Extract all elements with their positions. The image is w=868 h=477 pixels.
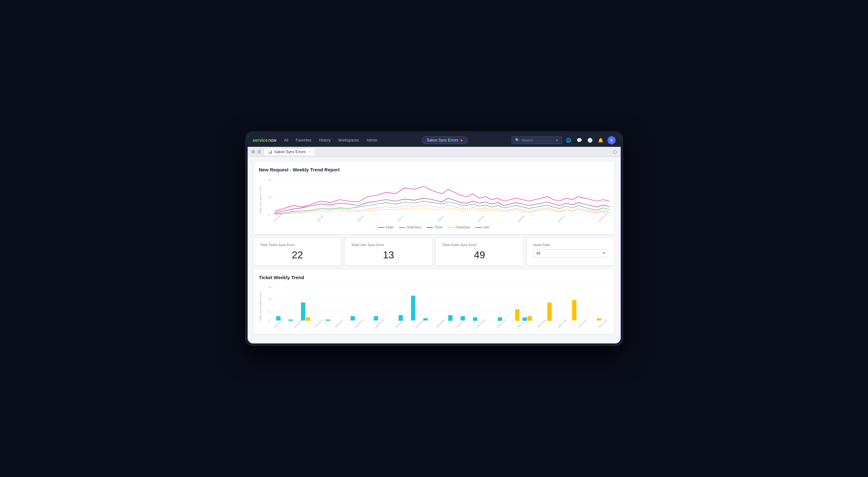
stat-ticket-label: Total Ticket Sync Error: [260, 243, 335, 247]
svg-rect-14: [276, 316, 280, 320]
stat-user-value: 13: [351, 249, 426, 261]
nav-favorites[interactable]: Favorites: [294, 137, 313, 143]
legend-ordersync: OrderSync: [399, 226, 422, 229]
svg-text:10: 10: [269, 298, 271, 301]
bar-chart-title: Ticket Weekly Trend: [259, 275, 609, 280]
legend-ticket-label: Ticket: [434, 226, 442, 229]
dashboard-icon: 📊: [268, 150, 273, 154]
search-bar[interactable]: 🔍 Search ▼: [512, 136, 562, 144]
svg-rect-30: [527, 316, 532, 321]
servicenow-logo: servicenow: [253, 138, 277, 143]
stat-order-label: Total Order Sync Error: [442, 243, 517, 247]
nav-links: All Favorites History Workspaces Admin: [283, 137, 378, 143]
svg-text:20: 20: [269, 178, 271, 181]
svg-rect-33: [597, 318, 601, 320]
bar-chart-card: Ticket Weekly Trend Entity Sync Queue Co…: [254, 270, 614, 334]
svg-rect-17: [306, 317, 310, 321]
subnav-tab-sakon[interactable]: 📊 Sakon Sync Errors ×: [264, 148, 315, 155]
svg-text:5: 5: [269, 311, 270, 314]
svg-text:15: 15: [269, 286, 271, 289]
active-tab-pill[interactable]: Sakon Sync Errors ★: [422, 136, 468, 144]
stat-user-label: Total User Sync Error: [351, 243, 426, 247]
stats-row: Total Ticket Sync Error 22 Total User Sy…: [254, 238, 614, 265]
svg-rect-26: [473, 317, 477, 321]
nav-right: 🔍 Search ▼ 🌐 💬 🕐 🔔 S: [512, 136, 616, 144]
svg-text:0: 0: [269, 320, 270, 323]
logo-now: now: [269, 138, 277, 143]
user-avatar[interactable]: S: [608, 136, 616, 144]
device-screen: servicenow All Favorites History Workspa…: [248, 134, 621, 343]
svg-rect-31: [547, 303, 552, 321]
legend-order-label: Order: [386, 226, 394, 229]
device-frame: servicenow All Favorites History Workspa…: [245, 131, 623, 346]
active-tab-label: Sakon Sync Errors: [427, 138, 458, 142]
svg-rect-15: [288, 319, 293, 321]
svg-text:0: 0: [269, 214, 270, 217]
line-chart-card: New Request - Weekly Trend Report Entity…: [254, 162, 614, 234]
svg-rect-22: [411, 295, 415, 320]
help-icon[interactable]: 💬: [575, 136, 584, 144]
insert-date-filter[interactable]: All Last 7 days Last 30 days Last 90 day…: [533, 249, 608, 257]
nav-all[interactable]: All: [283, 137, 289, 143]
legend-ticketsync-label: TicketSync: [455, 226, 471, 229]
svg-rect-32: [572, 300, 576, 320]
search-dropdown-icon[interactable]: ▼: [555, 139, 559, 142]
stat-order-value: 49: [442, 249, 517, 261]
favorite-star-icon[interactable]: ★: [460, 138, 463, 142]
nav-history[interactable]: History: [318, 137, 332, 143]
top-navigation: servicenow All Favorites History Workspa…: [248, 134, 621, 147]
export-icon[interactable]: ⬡: [613, 149, 617, 154]
legend-user: User: [475, 226, 490, 229]
legend-order: Order: [378, 226, 394, 229]
menu-icon: ☰: [257, 149, 261, 154]
nav-center: Sakon Sync Errors ★: [385, 136, 505, 144]
svg-rect-16: [301, 303, 305, 320]
search-label: Search: [522, 138, 533, 142]
line-chart-legend: Order OrderSync Ticket TicketSync: [259, 226, 609, 229]
subnav-tab-label: Sakon Sync Errors: [274, 150, 306, 154]
sub-navigation: ⊞ ☰ 📊 Sakon Sync Errors × ⬡: [248, 147, 621, 157]
svg-rect-24: [448, 315, 453, 321]
search-icon: 🔍: [515, 138, 520, 142]
stat-user-sync-error: Total User Sync Error 13: [345, 238, 432, 265]
tab-close-button[interactable]: ×: [309, 150, 311, 154]
logo-service: service: [253, 138, 268, 143]
bar-chart-y-label: Entity Sync Queue Count: [259, 292, 265, 321]
line-chart-y-label: Entity Sync Queue Count: [259, 186, 265, 214]
svg-rect-18: [326, 319, 330, 321]
stat-ticket-sync-error: Total Ticket Sync Error 22: [254, 238, 341, 265]
globe-icon[interactable]: 🌐: [565, 136, 573, 144]
clock-icon[interactable]: 🕐: [586, 136, 594, 144]
legend-user-label: User: [483, 226, 490, 229]
svg-rect-20: [374, 316, 378, 320]
svg-rect-19: [350, 316, 355, 320]
nav-admin[interactable]: Admin: [365, 137, 378, 143]
line-chart-svg: 20 10 0: [269, 176, 609, 220]
bell-icon[interactable]: 🔔: [597, 136, 605, 144]
bar-chart-svg: 15 10 5 0: [269, 284, 609, 325]
svg-rect-28: [515, 309, 519, 321]
grid-icon: ⊞: [251, 149, 255, 154]
filter-label: Insert Date: [533, 243, 608, 247]
legend-ordersync-label: OrderSync: [406, 226, 422, 229]
stat-ticket-value: 22: [260, 249, 335, 261]
svg-text:10: 10: [269, 196, 271, 199]
svg-rect-27: [497, 317, 502, 321]
stat-order-sync-error: Total Order Sync Error 49: [436, 238, 523, 265]
legend-ticketsync: TicketSync: [448, 226, 471, 229]
legend-ticket: Ticket: [427, 226, 442, 229]
nav-workspaces[interactable]: Workspaces: [337, 137, 361, 143]
filter-card: Insert Date All Last 7 days Last 30 days…: [527, 238, 614, 265]
main-content: New Request - Weekly Trend Report Entity…: [248, 157, 621, 343]
line-chart-title: New Request - Weekly Trend Report: [259, 167, 609, 172]
